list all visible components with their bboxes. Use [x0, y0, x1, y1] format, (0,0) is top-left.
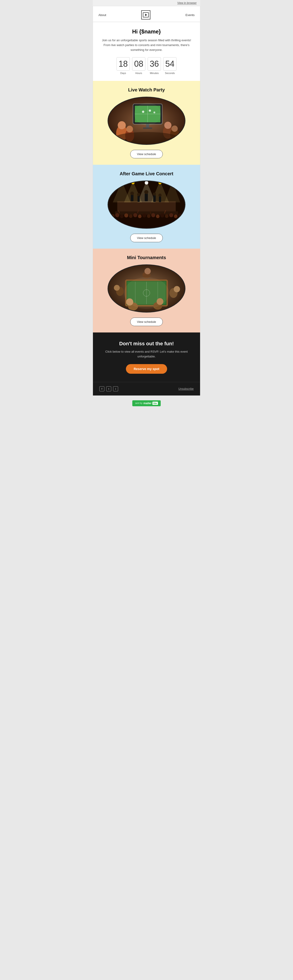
mailerlite-sent-by: sent by: [135, 402, 143, 404]
svg-point-51: [133, 213, 137, 218]
svg-point-15: [126, 126, 133, 132]
svg-point-49: [124, 213, 128, 218]
hero-description: Join us for an unforgettable sports seas…: [100, 38, 193, 52]
hero-section: Hi {$name} Join us for an unforgettable …: [93, 22, 200, 81]
svg-point-54: [147, 215, 150, 218]
svg-rect-43: [159, 196, 161, 202]
tournament-image: [108, 264, 185, 313]
svg-point-30: [120, 181, 124, 185]
mailerlite-logo: lite: [152, 402, 158, 405]
countdown-hours: 08 Hours: [132, 57, 145, 75]
svg-point-57: [160, 213, 164, 218]
svg-point-34: [171, 181, 174, 185]
svg-rect-45: [108, 215, 185, 228]
svg-rect-35: [131, 194, 133, 201]
cta-title: Don't miss out the fun!: [99, 341, 194, 347]
email-nav: About Events: [98, 10, 195, 19]
cta-description: Click below to view all events and RSVP.…: [99, 349, 194, 359]
unsubscribe-link[interactable]: Unsubscribe: [178, 387, 194, 390]
email-header: About Events: [93, 6, 200, 22]
svg-rect-23: [117, 201, 176, 213]
concert-image: [108, 181, 185, 229]
facebook-icon[interactable]: f: [99, 386, 105, 391]
svg-point-50: [129, 215, 133, 218]
svg-rect-6: [143, 127, 152, 129]
countdown-minutes: 36 Minutes: [148, 57, 161, 75]
svg-point-13: [118, 121, 126, 129]
watch-party-schedule-button[interactable]: View schedule: [130, 150, 163, 158]
svg-point-46: [111, 214, 115, 218]
svg-point-44: [158, 194, 162, 197]
svg-point-31: [131, 181, 135, 185]
svg-point-52: [138, 215, 142, 218]
countdown-minutes-label: Minutes: [150, 72, 159, 75]
svg-marker-1: [145, 14, 147, 16]
events-link[interactable]: Events: [185, 13, 195, 17]
logo-icon: [141, 10, 150, 19]
concert-schedule-button[interactable]: View schedule: [130, 234, 163, 242]
view-in-browser-link[interactable]: View in browser: [177, 2, 196, 5]
svg-point-19: [171, 126, 178, 132]
svg-rect-41: [153, 195, 156, 202]
about-link[interactable]: About: [98, 13, 106, 17]
svg-point-36: [130, 192, 134, 195]
svg-point-58: [165, 215, 169, 218]
cta-section: Don't miss out the fun! Click below to v…: [93, 332, 200, 382]
mailerlite-badge: sent by mailer lite: [132, 400, 161, 406]
hero-title: Hi {$name}: [100, 29, 193, 35]
svg-point-32: [145, 181, 148, 185]
svg-rect-39: [145, 193, 148, 201]
svg-point-81: [174, 286, 180, 293]
svg-point-40: [144, 190, 148, 194]
svg-point-47: [115, 213, 119, 218]
countdown-hours-value: 08: [132, 57, 145, 71]
twitter-icon[interactable]: t: [106, 386, 111, 391]
svg-point-55: [151, 213, 155, 218]
mailerlite-badge-inner[interactable]: sent by mailer lite: [132, 400, 161, 406]
tournament-schedule-button[interactable]: View schedule: [130, 318, 163, 326]
svg-point-53: [142, 213, 146, 218]
countdown-days-label: Days: [120, 72, 126, 75]
svg-point-33: [158, 181, 162, 185]
countdown-days-value: 18: [117, 57, 130, 71]
tournament-title: Mini Tournaments: [98, 255, 195, 260]
watch-party-image: [108, 97, 185, 145]
countdown-seconds-value: 54: [163, 57, 176, 71]
svg-point-83: [114, 285, 120, 291]
svg-rect-37: [138, 196, 140, 202]
svg-point-21: [134, 103, 161, 125]
concert-section: After Game Live Concert: [93, 165, 200, 248]
svg-point-56: [156, 215, 160, 218]
svg-point-38: [137, 193, 140, 196]
countdown-minutes-value: 36: [148, 57, 161, 71]
svg-point-48: [120, 215, 124, 218]
countdown-seconds: 54 Seconds: [163, 57, 176, 75]
countdown-hours-label: Hours: [135, 72, 142, 75]
countdown-seconds-label: Seconds: [165, 72, 175, 75]
svg-point-60: [174, 215, 177, 218]
concert-title: After Game Live Concert: [98, 171, 195, 177]
tournament-section: Mini Tournaments: [93, 248, 200, 332]
svg-point-17: [164, 122, 171, 129]
svg-point-42: [153, 192, 156, 196]
countdown: 18 Days 08 Hours 36 Minutes 54 Seconds: [100, 57, 193, 75]
svg-point-61: [178, 213, 182, 218]
watch-party-section: Live Watch Party: [93, 81, 200, 165]
reserve-button[interactable]: Reserve my spot: [126, 364, 167, 374]
svg-point-79: [144, 268, 151, 275]
mailerlite-brand: mailer: [143, 402, 151, 405]
countdown-days: 18 Days: [117, 57, 130, 75]
svg-point-84: [124, 277, 169, 309]
email-footer: f t i Unsubscribe: [93, 382, 200, 396]
instagram-icon[interactable]: i: [113, 386, 118, 391]
social-icons: f t i: [99, 386, 118, 391]
svg-point-59: [169, 213, 173, 218]
watch-party-title: Live Watch Party: [98, 87, 195, 92]
